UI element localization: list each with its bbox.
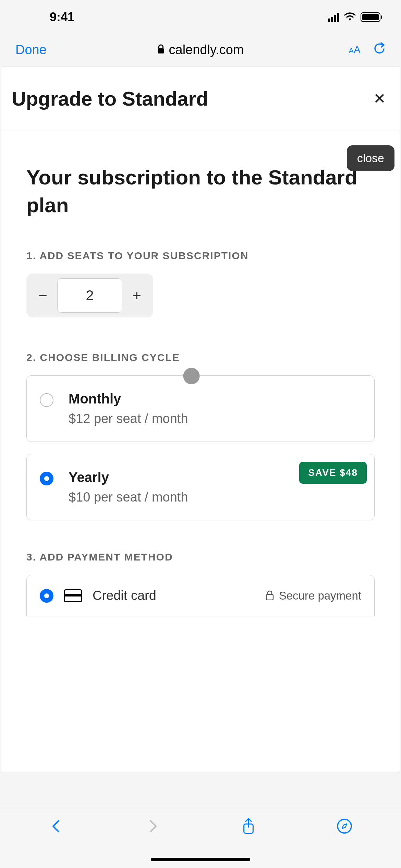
battery-icon bbox=[361, 12, 380, 22]
page-content: Upgrade to Standard ✕ close Your subscri… bbox=[1, 66, 400, 772]
forward-button[interactable] bbox=[144, 818, 161, 836]
seats-increment-button[interactable]: + bbox=[126, 278, 147, 313]
close-button[interactable]: ✕ bbox=[370, 90, 389, 107]
payment-label: Credit card bbox=[93, 588, 255, 603]
share-button[interactable] bbox=[240, 818, 257, 836]
url-display[interactable]: calendly.com bbox=[157, 43, 244, 57]
credit-card-icon bbox=[64, 589, 82, 602]
reload-button[interactable] bbox=[374, 42, 386, 57]
svg-rect-1 bbox=[266, 594, 273, 600]
page-title: Upgrade to Standard bbox=[12, 87, 208, 110]
option-price: $12 per seat / month bbox=[69, 411, 361, 426]
option-price: $10 per seat / month bbox=[69, 490, 361, 505]
svg-rect-0 bbox=[158, 48, 164, 53]
wifi-icon bbox=[343, 12, 356, 23]
seats-decrement-button[interactable]: − bbox=[33, 278, 53, 313]
seats-value-input[interactable]: 2 bbox=[57, 278, 122, 313]
status-time: 9:41 bbox=[50, 10, 74, 24]
billing-option-yearly[interactable]: SAVE $48 Yearly $10 per seat / month bbox=[26, 454, 375, 520]
seats-stepper: − 2 + bbox=[26, 274, 153, 317]
payment-option-credit-card[interactable]: Credit card Secure payment bbox=[26, 575, 375, 616]
seats-section-label: 1. Add seats to your subscription bbox=[26, 250, 375, 262]
lock-icon bbox=[265, 590, 274, 602]
secure-text: Secure payment bbox=[279, 589, 361, 602]
subscription-card: Your subscription to the Standard plan 1… bbox=[2, 143, 399, 637]
payment-section-label: 3. Add payment method bbox=[26, 551, 375, 563]
cellular-signal-icon bbox=[328, 13, 339, 22]
page-header: Upgrade to Standard ✕ bbox=[1, 67, 400, 131]
close-tooltip: close bbox=[347, 145, 394, 171]
radio-credit-card[interactable] bbox=[40, 589, 53, 603]
lock-icon bbox=[157, 44, 165, 55]
url-text: calendly.com bbox=[169, 43, 244, 57]
status-bar: 9:41 bbox=[0, 0, 401, 34]
option-name: Monthly bbox=[69, 391, 361, 407]
subscription-title: Your subscription to the Standard plan bbox=[26, 164, 375, 219]
home-indicator[interactable] bbox=[151, 858, 250, 861]
radio-monthly[interactable] bbox=[40, 393, 53, 407]
browser-controls: AA bbox=[349, 42, 386, 57]
secure-payment-indicator: Secure payment bbox=[265, 589, 361, 602]
billing-option-monthly[interactable]: Monthly $12 per seat / month bbox=[26, 375, 375, 442]
billing-options: Monthly $12 per seat / month SAVE $48 Ye… bbox=[26, 375, 375, 520]
cursor-indicator-icon bbox=[183, 368, 200, 384]
radio-yearly[interactable] bbox=[40, 472, 53, 485]
billing-section-label: 2. Choose billing cycle bbox=[26, 352, 375, 363]
done-button[interactable]: Done bbox=[15, 43, 47, 57]
save-badge: SAVE $48 bbox=[299, 462, 367, 484]
text-size-button[interactable]: AA bbox=[349, 44, 361, 56]
browser-bar: Done calendly.com AA bbox=[0, 34, 401, 65]
back-button[interactable] bbox=[48, 818, 65, 836]
status-icons bbox=[328, 12, 380, 23]
svg-point-3 bbox=[338, 819, 351, 833]
safari-button[interactable] bbox=[336, 818, 353, 836]
